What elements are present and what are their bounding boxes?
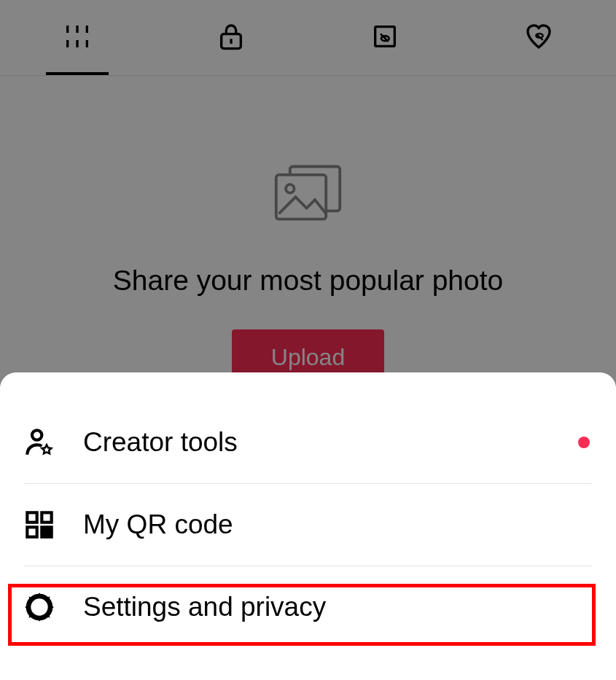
menu-item-label: My QR code	[83, 509, 233, 540]
svg-rect-19	[48, 527, 52, 531]
svg-rect-21	[48, 534, 52, 537]
svg-rect-18	[42, 527, 45, 531]
gear-icon	[23, 591, 55, 623]
notification-dot	[578, 437, 590, 448]
menu-item-settings-privacy[interactable]: Settings and privacy	[0, 566, 616, 648]
menu-item-label: Creator tools	[83, 427, 238, 458]
svg-rect-17	[27, 527, 36, 536]
svg-point-14	[32, 430, 42, 439]
person-star-icon	[23, 426, 55, 458]
menu-item-label: Settings and privacy	[83, 592, 326, 622]
svg-rect-20	[42, 534, 45, 537]
svg-rect-16	[42, 512, 51, 522]
bottom-sheet-menu: Creator tools My QR code Settin	[0, 372, 616, 680]
svg-point-23	[34, 601, 46, 614]
menu-item-qr-code[interactable]: My QR code	[0, 484, 616, 566]
menu-item-creator-tools[interactable]: Creator tools	[0, 402, 616, 483]
svg-rect-15	[27, 512, 36, 522]
qr-code-icon	[23, 509, 55, 541]
